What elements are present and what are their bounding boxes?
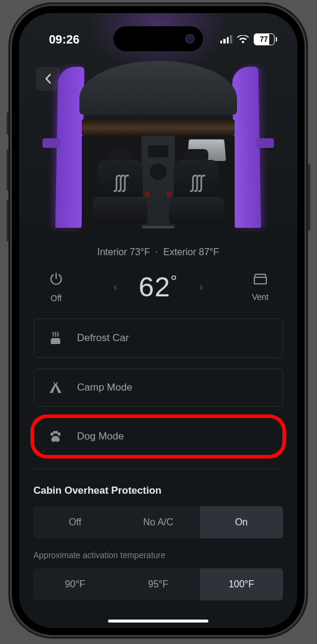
cellular-icon	[220, 35, 232, 44]
driver-seat[interactable]: ʃʃʃ	[93, 160, 147, 224]
activation-temp-label: Approximate activation temperature	[33, 550, 283, 560]
overheat-off[interactable]: Off	[33, 506, 116, 538]
overheat-on[interactable]: On	[200, 506, 283, 538]
seat-heat-icon: ʃʃʃ	[114, 172, 127, 193]
overheat-noac[interactable]: No A/C	[116, 506, 199, 538]
temp-95[interactable]: 95°F	[116, 568, 199, 600]
climate-power-button[interactable]: Off	[38, 271, 74, 303]
tent-icon	[47, 381, 64, 394]
temp-90[interactable]: 90°F	[33, 568, 116, 600]
activation-temp-segmented: 90°F 95°F 100°F	[33, 568, 283, 600]
temperature-readout: Interior 73°F · Exterior 87°F	[33, 247, 283, 258]
power-icon	[48, 271, 64, 289]
home-indicator[interactable]	[108, 620, 208, 623]
defrost-icon	[47, 331, 64, 345]
drag-handle[interactable]	[142, 226, 174, 228]
status-time: 09:26	[49, 33, 79, 47]
vent-button[interactable]: Vent	[242, 273, 278, 302]
svg-point-1	[58, 432, 61, 436]
temp-increase-button[interactable]: ›	[193, 275, 209, 299]
defrost-label: Defrost Car	[77, 332, 129, 344]
camp-mode-button[interactable]: Camp Mode	[33, 369, 283, 407]
camp-label: Camp Mode	[77, 382, 133, 394]
seat-heat-icon: ʃʃʃ	[190, 172, 203, 193]
paw-icon	[47, 430, 64, 443]
screen: 09:26 77	[19, 13, 297, 628]
overheat-title: Cabin Overheat Protection	[33, 485, 283, 497]
battery-icon: 77	[254, 33, 278, 45]
power-label: Off	[51, 293, 61, 303]
temp-decrease-button[interactable]: ‹	[107, 275, 123, 299]
vent-icon	[253, 273, 268, 287]
defrost-car-button[interactable]: Defrost Car	[33, 318, 283, 358]
svg-point-3	[56, 431, 58, 434]
set-temperature[interactable]: 62°	[139, 271, 177, 303]
vent-label: Vent	[252, 292, 269, 302]
back-button[interactable]	[36, 67, 60, 91]
svg-point-0	[51, 432, 54, 436]
passenger-seat[interactable]: ʃʃʃ	[169, 160, 224, 224]
svg-point-2	[53, 431, 56, 434]
chevron-left-icon	[45, 73, 51, 84]
overheat-segmented: Off No A/C On	[33, 506, 283, 538]
wifi-icon	[237, 35, 249, 44]
dynamic-island	[113, 26, 203, 51]
dog-label: Dog Mode	[77, 431, 124, 442]
phone-frame: 09:26 77	[12, 6, 304, 635]
temp-100[interactable]: 100°F	[200, 568, 283, 600]
dog-mode-button[interactable]: Dog Mode	[33, 417, 283, 456]
